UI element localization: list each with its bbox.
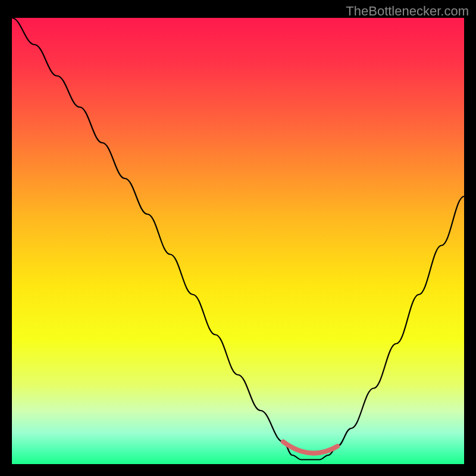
- chart-svg: [12, 18, 464, 464]
- watermark-text: TheBottlenecker.com: [346, 4, 469, 19]
- svg-rect-0: [12, 18, 464, 464]
- plot-area: [12, 18, 464, 464]
- chart-container: TheBottlenecker.com: [0, 0, 476, 476]
